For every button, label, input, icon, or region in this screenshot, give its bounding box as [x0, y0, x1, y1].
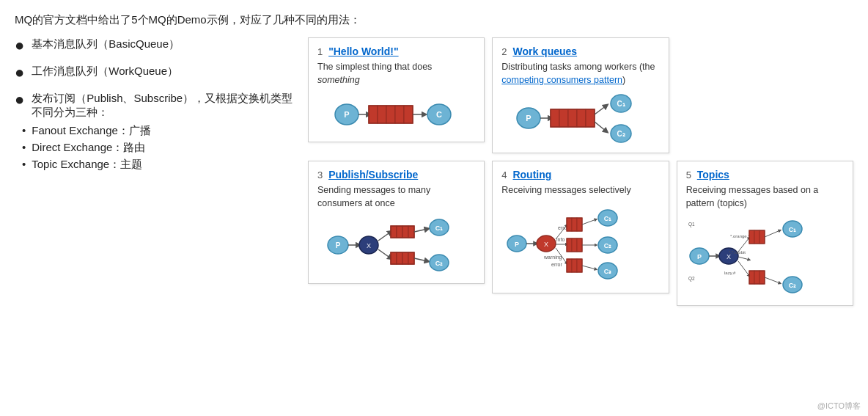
svg-rect-59 [577, 218, 582, 231]
card-4-title[interactable]: Routing [512, 169, 551, 180]
card-hello-world: 1 "Hello World!" The simplest thing that… [308, 37, 485, 142]
svg-rect-97 [760, 230, 765, 244]
card-5-title[interactable]: Topics [697, 169, 729, 180]
competing-consumers-link[interactable]: competing consumers pattern [501, 75, 622, 85]
card-4-number: 4 [501, 169, 507, 180]
svg-rect-58 [572, 218, 577, 231]
svg-rect-16 [559, 109, 568, 127]
sub-item-fanout: • Fanout Exchange：广播 [22, 124, 151, 138]
svg-rect-67 [572, 238, 577, 252]
bullet-text-3: 发布订阅（Publish、Subscribe），又根据交换机类型不同分为三种： [32, 92, 301, 120]
svg-text:C₂: C₂ [617, 130, 625, 138]
svg-text:Q2: Q2 [688, 276, 695, 282]
card-3-header: 3 Publish/Subscribe [317, 169, 475, 180]
bullet-dot-3: ● [15, 89, 24, 112]
card-3-diagram: P X [317, 216, 475, 274]
bullet-text-1: 基本消息队列（BasicQueue） [32, 37, 180, 51]
svg-text:*.*.rabbit: *.*.rabbit [729, 250, 746, 255]
card-5-number: 5 [686, 169, 691, 180]
svg-line-103 [765, 230, 780, 237]
svg-text:C: C [436, 110, 442, 119]
cards-grid: 1 "Hello World!" The simplest thing that… [308, 37, 853, 306]
card-3-title[interactable]: Publish/Subscribe [328, 169, 418, 180]
svg-text:C₁: C₁ [789, 226, 797, 233]
sub-text-direct: Direct Exchange：路由 [32, 141, 145, 155]
svg-rect-99 [749, 271, 754, 284]
card-1-desc: The simplest thing that does something [317, 61, 475, 87]
bullet-item-3: ● 发布订阅（Publish、Subscribe），又根据交换机类型不同分为三种… [15, 92, 301, 175]
watermark: @ICTO博客 [817, 401, 861, 412]
svg-text:lazy.#: lazy.# [724, 271, 736, 275]
card-1-header: 1 "Hello World!" [317, 45, 475, 57]
svg-text:P: P [336, 241, 341, 249]
sub-item-topic: • Topic Exchange：主题 [22, 158, 151, 172]
svg-rect-70 [567, 259, 572, 272]
svg-line-74 [582, 219, 596, 225]
svg-rect-72 [577, 259, 582, 272]
card-routing: 4 Routing Receiving messages selectively… [492, 161, 669, 293]
svg-rect-19 [586, 109, 595, 127]
svg-rect-39 [391, 252, 397, 264]
svg-rect-40 [397, 252, 402, 264]
card-4-header: 4 Routing [501, 169, 659, 180]
sub-text-fanout: Fanout Exchange：广播 [32, 124, 151, 138]
card-2-desc: Distributing tasks among workers (the co… [501, 61, 659, 87]
card-1-diagram: P C [317, 92, 475, 133]
card-2-diagram: P C₁ [501, 92, 659, 144]
sub-item-direct: • Direct Exchange：路由 [22, 141, 151, 155]
card-5-header: 5 Topics [686, 169, 844, 180]
card-5-desc: Receiving messages based on a pattern (t… [686, 184, 844, 210]
svg-line-22 [595, 122, 606, 131]
card-1-title[interactable]: "Hello World!" [328, 45, 398, 57]
svg-rect-3 [369, 106, 378, 123]
card-topics: 5 Topics Receiving messages based on a p… [677, 161, 853, 306]
svg-text:*.orange.*: *.orange.* [730, 234, 750, 238]
svg-rect-36 [402, 226, 408, 238]
svg-rect-101 [760, 271, 765, 284]
bullet-item-1: ● 基本消息队列（BasicQueue） [15, 37, 301, 57]
svg-text:C₁: C₁ [617, 100, 625, 108]
svg-rect-17 [568, 109, 577, 127]
svg-line-91 [738, 257, 749, 260]
left-column: ● 基本消息队列（BasicQueue） ● 工作消息队列（WorkQueue）… [15, 37, 301, 182]
svg-rect-68 [577, 238, 582, 252]
bullet-text-2: 工作消息队列（WorkQueue） [32, 65, 178, 79]
bullet-list: ● 基本消息队列（BasicQueue） ● 工作消息队列（WorkQueue）… [15, 37, 301, 175]
svg-line-93 [738, 261, 749, 276]
svg-text:P: P [526, 114, 532, 123]
svg-text:C₁: C₁ [604, 215, 612, 222]
card-4-desc: Receiving messages selectively [501, 184, 659, 197]
svg-line-32 [378, 232, 391, 241]
svg-rect-34 [391, 226, 397, 238]
svg-rect-7 [404, 106, 413, 123]
svg-text:C₂: C₂ [435, 260, 444, 267]
svg-rect-71 [572, 259, 577, 272]
svg-rect-95 [749, 230, 754, 244]
svg-text:C₃: C₃ [604, 268, 612, 275]
svg-rect-100 [754, 271, 760, 284]
svg-line-33 [378, 249, 391, 258]
svg-rect-35 [397, 226, 402, 238]
svg-rect-96 [754, 230, 760, 244]
svg-rect-42 [408, 252, 414, 264]
svg-rect-57 [567, 218, 572, 231]
svg-rect-5 [386, 106, 395, 123]
svg-rect-41 [402, 252, 408, 264]
svg-line-21 [595, 106, 606, 114]
svg-rect-15 [551, 109, 559, 127]
card-2-title[interactable]: Work queues [512, 45, 577, 57]
svg-text:C₂: C₂ [789, 282, 797, 289]
svg-line-104 [765, 277, 780, 283]
bullet-item-2: ● 工作消息队列（WorkQueue） [15, 65, 301, 84]
svg-line-44 [414, 229, 427, 232]
svg-text:warning: warning [543, 255, 562, 260]
card-3-desc: Sending messages to many consumers at on… [317, 184, 475, 210]
svg-text:C₁: C₁ [435, 225, 444, 232]
bullet-dot-1: ● [15, 34, 24, 57]
svg-text:P: P [697, 253, 702, 260]
sub-list: • Fanout Exchange：广播 • Direct Exchange：路… [22, 124, 151, 175]
intro-text: MQ的官方文档中给出了5个MQ的Demo示例，对应了几种不同的用法： [15, 13, 853, 27]
svg-text:info: info [556, 237, 564, 242]
card-1-number: 1 [317, 46, 323, 57]
svg-line-45 [414, 258, 427, 261]
